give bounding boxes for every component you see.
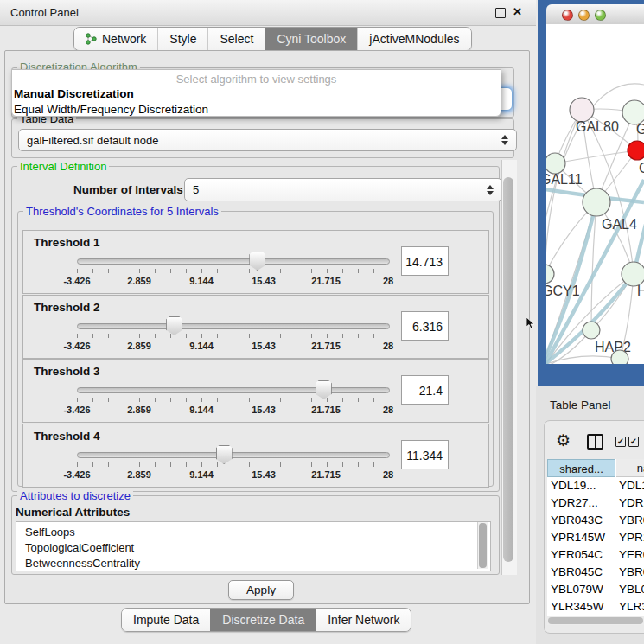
slider-track[interactable]: [77, 258, 390, 265]
tab-discretize-data[interactable]: Discretize Data: [210, 609, 316, 631]
threshold-label: Threshold 1: [34, 236, 100, 249]
slider-tick-label: 28: [383, 341, 393, 351]
threshold-coordinates-group-title: Threshold's Coordinates for 5 Intervals: [23, 206, 221, 218]
attribute-list-item[interactable]: BetweennessCentrality: [16, 556, 490, 571]
table-data-combobox[interactable]: galFiltered.sif default node: [18, 129, 517, 151]
table-row[interactable]: YBR043CYBR0: [547, 512, 644, 529]
number-of-intervals-combobox[interactable]: 5: [184, 178, 502, 201]
network-node-red-node[interactable]: [628, 141, 644, 160]
network-node-label: GAL4: [602, 217, 637, 232]
slider-tick-label: -3.426: [63, 341, 90, 351]
gear-icon[interactable]: ⚙: [556, 432, 571, 449]
slider-track[interactable]: [77, 387, 390, 393]
slider-track[interactable]: [77, 452, 390, 458]
cell-name: YBR0: [619, 564, 644, 581]
attribute-list-item[interactable]: TopologicalCoefficient: [16, 540, 490, 556]
tab-cyni-toolbox[interactable]: Cyni Toolbox: [265, 28, 357, 50]
numerical-attributes-list[interactable]: SelfLoopsTopologicalCoefficientBetweenne…: [16, 521, 491, 571]
panel-scrollbar-thumb[interactable]: [503, 177, 513, 562]
network-node-gal80[interactable]: [570, 98, 594, 122]
network-window-titlebar[interactable]: [546, 4, 644, 25]
slider-tick-label: 2.859: [127, 341, 151, 351]
split-view-icon[interactable]: [587, 434, 603, 450]
network-view-window[interactable]: GAL80GACGAL11GAL4GCY1HHAP2: [538, 0, 644, 386]
checkbox-icon[interactable]: ✓: [615, 437, 626, 447]
node-attribute-table[interactable]: shared... name YDL19...YDL1YDR27...YDR2Y…: [547, 459, 644, 620]
close-icon[interactable]: ✕: [513, 5, 522, 18]
tab-impute-data[interactable]: Impute Data: [122, 609, 210, 631]
slider-tick-label: 15.43: [252, 276, 276, 286]
slider-tick-label: -3.426: [63, 276, 90, 286]
network-node-label: C: [639, 161, 644, 175]
column-header-shared[interactable]: shared...: [547, 459, 615, 477]
dropdown-item-manual-discretization[interactable]: Manual Discretization: [12, 86, 501, 102]
tab-style[interactable]: Style: [157, 28, 207, 50]
slider-thumb[interactable]: [216, 445, 233, 464]
dropdown-item-equal-width-frequency-discretization[interactable]: Equal Width/Frequency Discretization: [12, 102, 501, 117]
network-node-h[interactable]: [622, 262, 644, 286]
table-row[interactable]: YER054CYER0: [547, 546, 644, 564]
network-node-ga[interactable]: [622, 100, 644, 124]
network-node-label: GCY1: [546, 284, 580, 298]
tab-select[interactable]: Select: [207, 28, 265, 50]
slider-tick-label: 9.144: [189, 341, 214, 351]
slider-tick-label: 2.859: [127, 469, 151, 480]
network-node-label: GA: [636, 122, 644, 137]
minimize-traffic-light-icon[interactable]: [578, 10, 590, 21]
threshold-value-field[interactable]: 14.713: [401, 246, 449, 276]
attribute-list-scrollbar-thumb[interactable]: [479, 523, 487, 568]
network-node-bottom-node[interactable]: [611, 350, 628, 364]
table-panel-title: Table Panel: [550, 399, 611, 411]
slider-tick-label: 15.43: [252, 469, 276, 480]
slider-tick-label: 28: [383, 405, 393, 415]
slider-thumb[interactable]: [316, 380, 332, 399]
cell-shared-name: YDL19...: [551, 477, 615, 494]
threshold-value-field[interactable]: 21.4: [401, 375, 449, 405]
table-hscrollbar-thumb[interactable]: [548, 617, 643, 624]
network-node-label: H: [637, 284, 644, 298]
threshold-value-field[interactable]: 6.316: [401, 311, 449, 341]
table-row[interactable]: YDL19...YDL1: [547, 477, 644, 494]
threshold-value-field[interactable]: 11.344: [401, 440, 449, 469]
table-row[interactable]: YLR345WYLR3: [547, 598, 644, 615]
attribute-list-item[interactable]: SelfLoops: [16, 525, 490, 540]
tab-label: Discretize Data: [222, 613, 304, 627]
tab-infer-network[interactable]: Infer Network: [316, 609, 411, 631]
network-edge[interactable]: [555, 150, 637, 163]
network-node-gcy1[interactable]: [546, 265, 554, 284]
checkbox-icon[interactable]: ✓: [628, 437, 639, 447]
float-window-icon[interactable]: [495, 8, 506, 18]
cell-name: YPR1: [619, 529, 644, 546]
slider-thumb[interactable]: [166, 316, 182, 335]
network-node-gal4[interactable]: [583, 188, 610, 216]
slider-tick-label: 15.43: [252, 341, 276, 351]
tab-jactivemnodules[interactable]: jActiveMNodules: [357, 28, 470, 50]
threshold-1-panel: Threshold 1-3.4262.8599.14415.4321.71528…: [22, 230, 489, 294]
zoom-traffic-light-icon[interactable]: [595, 10, 606, 21]
slider-thumb[interactable]: [249, 252, 265, 271]
apply-button[interactable]: Apply: [228, 580, 294, 600]
table-row[interactable]: YDR27...YDR2: [547, 494, 644, 512]
column-header-name[interactable]: name: [616, 459, 644, 477]
cell-name: YER0: [619, 546, 644, 564]
table-row[interactable]: YBL079WYBL0: [547, 581, 644, 598]
network-canvas[interactable]: GAL80GACGAL11GAL4GCY1HHAP2: [546, 24, 644, 364]
cell-name: YBL0: [619, 581, 644, 598]
table-row[interactable]: YPR145WYPR1: [547, 529, 644, 546]
threshold-4-panel: Threshold 4-3.4262.8599.14415.4321.71528…: [22, 424, 489, 488]
cell-name: YBR0: [619, 512, 644, 529]
tab-label: Select: [220, 32, 253, 46]
network-node-gal11[interactable]: [546, 153, 565, 174]
close-traffic-light-icon[interactable]: [562, 10, 573, 21]
tab-label: jActiveMNodules: [369, 32, 459, 46]
network-node-hap2[interactable]: [583, 322, 600, 339]
tab-label: Cyni Toolbox: [277, 32, 346, 46]
table-row[interactable]: YBR045CYBR0: [547, 564, 644, 581]
control-panel-title: Control Panel: [10, 6, 79, 19]
slider-track[interactable]: [77, 323, 390, 329]
slider-ticks: [77, 398, 389, 402]
spinner-arrows-icon: [501, 135, 508, 145]
tab-network[interactable]: Network: [74, 28, 157, 50]
numerical-attributes-label: Numerical Attributes: [16, 506, 130, 519]
network-node-label: GAL80: [576, 119, 619, 134]
